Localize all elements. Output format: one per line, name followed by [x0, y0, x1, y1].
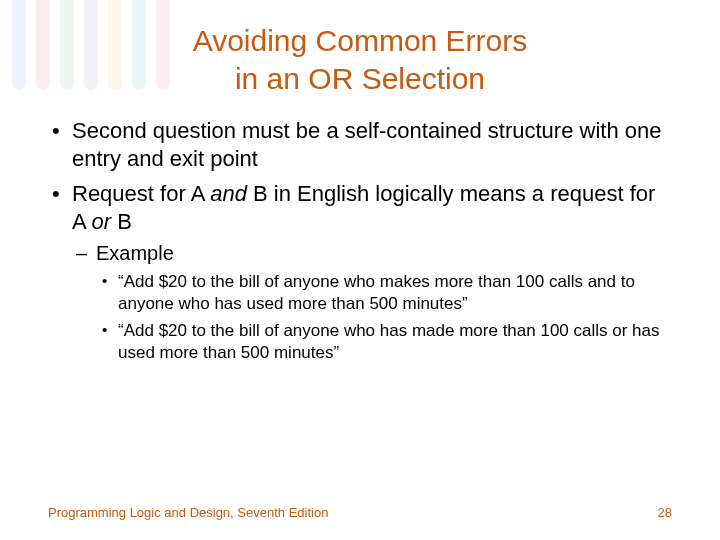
slide-footer: Programming Logic and Design, Seventh Ed…	[48, 505, 672, 520]
example-heading: Example “Add $20 to the bill of anyone w…	[72, 241, 672, 364]
bullet-2: Request for A and B in English logically…	[48, 180, 672, 364]
slide-title: Avoiding Common Errors in an OR Selectio…	[48, 22, 672, 97]
bullet-1: Second question must be a self-contained…	[48, 117, 672, 172]
slide: Avoiding Common Errors in an OR Selectio…	[0, 0, 720, 540]
bullet-2-italic-or: or	[92, 209, 112, 234]
bullet-2-text-c: B	[111, 209, 132, 234]
title-line-1: Avoiding Common Errors	[193, 24, 528, 57]
bullet-2-italic-and: and	[210, 181, 247, 206]
footer-text: Programming Logic and Design, Seventh Ed…	[48, 505, 328, 520]
slide-body: Second question must be a self-contained…	[48, 117, 672, 364]
title-line-2: in an OR Selection	[235, 62, 485, 95]
example-label: Example	[96, 242, 174, 264]
example-1: “Add $20 to the bill of anyone who makes…	[96, 271, 672, 315]
bullet-2-text-a: Request for A	[72, 181, 210, 206]
page-number: 28	[658, 505, 672, 520]
example-2: “Add $20 to the bill of anyone who has m…	[96, 320, 672, 364]
